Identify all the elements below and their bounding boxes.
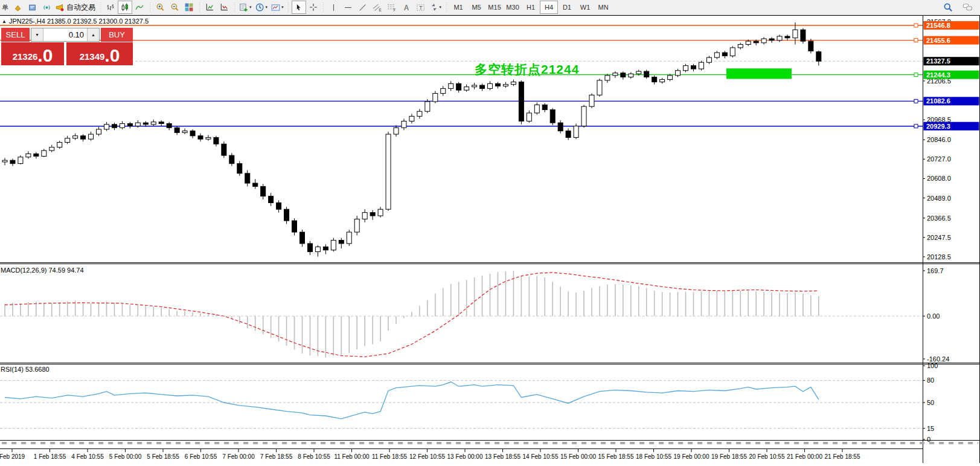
timeframe-button-W1[interactable]: W1 bbox=[576, 1, 594, 14]
indicator-window-down-button[interactable] bbox=[217, 1, 231, 14]
candle-body bbox=[542, 105, 547, 109]
line-anchor-square[interactable] bbox=[914, 99, 918, 103]
cursor-tool-button[interactable] bbox=[292, 1, 306, 14]
autotrading-label: 自动交易 bbox=[66, 2, 95, 13]
candle-body bbox=[605, 76, 610, 80]
template-button[interactable]: ▾ bbox=[269, 1, 286, 14]
line-anchor-square[interactable] bbox=[914, 39, 918, 42]
candle-body bbox=[120, 123, 124, 128]
candle-body bbox=[143, 123, 148, 125]
broadcast-button[interactable] bbox=[39, 1, 54, 14]
sell-button[interactable]: SELL bbox=[1, 28, 30, 42]
zoom-in-button[interactable] bbox=[153, 1, 167, 14]
buy-button[interactable]: BUY bbox=[101, 28, 133, 42]
line-chart-icon bbox=[135, 3, 144, 11]
chart-annotation-text[interactable]: 多空转折点21244 bbox=[475, 61, 579, 78]
candle-body bbox=[97, 129, 101, 134]
volume-increase-button[interactable]: ▲ bbox=[87, 28, 99, 41]
zoom-out-button[interactable] bbox=[167, 1, 182, 14]
date-tick-label: 5 Feb 18:55 bbox=[147, 453, 179, 460]
timeframe-button-M5[interactable]: M5 bbox=[467, 1, 485, 14]
date-tick-label: 11 Feb 00:00 bbox=[334, 453, 370, 460]
candle-body bbox=[104, 125, 109, 129]
candle-body bbox=[816, 52, 821, 62]
candle-body bbox=[409, 116, 414, 121]
volume-decrease-button[interactable]: ▼ bbox=[31, 28, 43, 41]
candle-body bbox=[394, 128, 399, 134]
trendline-tool-button[interactable] bbox=[356, 1, 370, 14]
crosshair-tool-button[interactable] bbox=[306, 1, 321, 14]
candle-body bbox=[159, 122, 164, 124]
search-icon[interactable] bbox=[944, 3, 953, 12]
candle-body bbox=[331, 241, 336, 250]
candle-body bbox=[26, 154, 31, 157]
tile-windows-icon bbox=[185, 3, 193, 11]
channel-tool-button[interactable]: E bbox=[370, 1, 385, 14]
candle-body bbox=[488, 83, 493, 88]
candle-body bbox=[229, 155, 234, 164]
bar-chart-mode-button[interactable] bbox=[103, 1, 118, 14]
buy-price-pip: .0 bbox=[104, 47, 120, 65]
timeframe-button-M15[interactable]: M15 bbox=[485, 1, 504, 14]
chart-title-text: JPN225-,H4 21385.0 21392.5 21300.0 21327… bbox=[9, 18, 149, 25]
line-anchor-square[interactable] bbox=[914, 73, 918, 77]
indicator-window-up-button[interactable] bbox=[202, 1, 217, 14]
date-tick-label: 21 Feb 18:55 bbox=[825, 453, 860, 460]
volume-input[interactable] bbox=[43, 28, 87, 41]
vertical-line-tool-button[interactable] bbox=[327, 1, 341, 14]
candle-body bbox=[449, 83, 453, 88]
vertical-line-icon bbox=[330, 4, 338, 11]
date-tick-label: 7 Feb 00:00 bbox=[222, 453, 255, 460]
rectangle-object[interactable] bbox=[726, 68, 792, 79]
timeframe-button-D1[interactable]: D1 bbox=[558, 1, 576, 14]
tile-windows-button[interactable] bbox=[182, 1, 196, 14]
arrows-tool-button[interactable]: ▾ bbox=[428, 1, 444, 14]
timeframe-button-M30[interactable]: M30 bbox=[504, 1, 522, 14]
date-tick-label: 13 Feb 18:55 bbox=[485, 453, 520, 460]
candle-body bbox=[292, 221, 297, 232]
fibonacci-icon: F bbox=[387, 3, 396, 12]
date-tick-label: 4 Feb 10:55 bbox=[71, 453, 104, 460]
sell-price-box[interactable]: 21326 .0 bbox=[1, 42, 64, 65]
line-anchor-square[interactable] bbox=[914, 125, 918, 128]
fibonacci-tool-button[interactable]: F bbox=[385, 1, 399, 14]
autotrading-button[interactable]: 自动交易 bbox=[54, 1, 97, 14]
timeframe-button-MN[interactable]: MN bbox=[594, 1, 612, 14]
one-click-row-prices: 21326 .0 21349 .0 bbox=[1, 42, 133, 65]
date-tick-label: 12 Feb 10:55 bbox=[409, 453, 445, 460]
sonar-icon bbox=[43, 4, 51, 11]
horizontal-line-icon bbox=[344, 4, 352, 11]
candle-body bbox=[339, 241, 344, 244]
date-axis[interactable]: Feb 20191 Feb 18:554 Feb 10:555 Feb 00:0… bbox=[0, 448, 923, 460]
rsi-axis-label: 100 bbox=[927, 362, 938, 369]
chat-icon[interactable] bbox=[962, 3, 973, 11]
new-order-button[interactable]: 单 bbox=[0, 1, 10, 14]
candle-body bbox=[558, 123, 563, 131]
candle-body bbox=[18, 157, 23, 164]
horizontal-line-tool-button[interactable] bbox=[341, 1, 356, 14]
toolbar-grip bbox=[322, 2, 325, 13]
line-anchor-square[interactable] bbox=[914, 24, 918, 27]
macd-axis-label: 169.7 bbox=[927, 267, 944, 274]
line-chart-mode-button[interactable] bbox=[132, 1, 147, 14]
timeframe-button-M1[interactable]: M1 bbox=[449, 1, 467, 14]
metaeditor-button[interactable] bbox=[10, 1, 25, 14]
timeframe-button-H1[interactable]: H1 bbox=[522, 1, 540, 14]
svg-text:F: F bbox=[393, 8, 396, 12]
candle-body bbox=[652, 77, 657, 82]
candle-body bbox=[809, 41, 813, 51]
rsi-axis-label: 50 bbox=[927, 399, 934, 406]
price-tick-label: 20608.0 bbox=[927, 175, 951, 182]
candle-body bbox=[277, 202, 281, 209]
period-button[interactable]: ▾ bbox=[254, 1, 270, 14]
market-watch-button[interactable] bbox=[25, 1, 39, 14]
buy-price-box[interactable]: 21349 .0 bbox=[66, 42, 133, 65]
date-tick-label: 15 Feb 00:00 bbox=[560, 453, 596, 460]
candle-body bbox=[89, 134, 94, 139]
toolbar-grip bbox=[197, 2, 201, 13]
text-tool-button[interactable]: A bbox=[399, 1, 414, 14]
text-label-tool-button[interactable]: T bbox=[414, 1, 428, 14]
add-indicator-button[interactable]: ▾ bbox=[237, 1, 254, 14]
candlestick-mode-button[interactable] bbox=[118, 1, 132, 14]
timeframe-button-H4[interactable]: H4 bbox=[540, 1, 558, 14]
